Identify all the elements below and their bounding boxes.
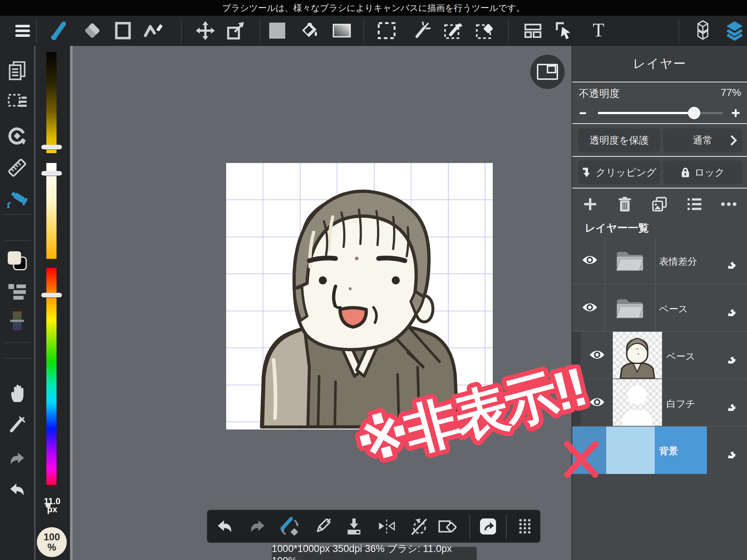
flip-horizontal-button[interactable] [376,516,397,537]
bucket-tool-button[interactable] [299,19,320,43]
brush-tool-button[interactable] [49,19,70,43]
brush-icon [50,20,69,41]
color-slider-strip: 11.0 px 100 % [35,46,70,560]
delete-layer-button[interactable] [616,195,634,213]
add-layer-button[interactable] [581,195,599,213]
share-button[interactable] [478,516,498,537]
selected-eye-cell[interactable] [572,427,606,474]
gradient-tool-button[interactable] [332,19,352,43]
toolbar-divider [36,19,37,43]
text-tool-button[interactable]: T [588,19,609,43]
tooltip-text: ブラシツールは、様々なブラシによりキャンバスに描画を行うツールです。 [222,2,525,14]
folder-icon [615,249,645,273]
layer-name: ベース [659,303,688,315]
panel-divide-button[interactable] [523,19,543,43]
color-swatch-button[interactable] [7,251,27,271]
layer-visibility-eye-icon[interactable] [582,302,598,313]
layer-more-button[interactable] [720,195,738,213]
value-slider-handle[interactable] [41,145,62,149]
layer-settings-gear-icon[interactable] [719,253,735,269]
layer-row-folder-base[interactable]: ベース [572,284,747,332]
selection-layout-button[interactable] [7,92,27,112]
redo-button[interactable] [247,516,268,537]
layer-indent [572,332,581,378]
blend-mode-button[interactable]: 通常 [663,128,742,152]
duplicate-layer-icon [651,196,667,212]
hue-slider[interactable] [46,268,57,485]
move-tool-button[interactable] [195,19,216,43]
layer-name: ベース [666,350,695,363]
protect-alpha-button[interactable]: 透明度を保護 [578,128,660,152]
layer-row-base-raster[interactable]: ベース [572,332,747,379]
layer-hierarchy-button[interactable] [7,281,27,302]
toolbar-drag-handle[interactable] [515,516,535,537]
object-select-button[interactable] [554,19,574,43]
opacity-slider-handle[interactable] [688,107,700,119]
bottom-toolbar-divider [469,514,470,538]
brush-eraser-toggle-button[interactable] [279,516,300,537]
eraser-tool-button[interactable] [82,19,102,43]
foreground-color-chip[interactable] [267,19,287,43]
undo-button[interactable] [214,516,235,537]
layer-settings-gear-icon[interactable] [719,300,735,316]
value-slider[interactable] [46,52,57,153]
shape-tool-button[interactable] [113,19,133,43]
zoom-badge[interactable]: 100 % [37,527,67,557]
polyline-tool-button[interactable] [143,19,163,43]
gradient-swatch-button[interactable] [7,311,27,331]
layer-settings-gear-icon[interactable] [719,442,735,458]
layer-visibility-eye-icon[interactable] [589,349,605,360]
clipping-button[interactable]: クリッピング [578,160,660,184]
saturation-slider-handle[interactable] [41,171,62,176]
redo-icon [9,451,26,466]
lock-button[interactable]: ロック [663,160,742,184]
move-icon [196,21,215,40]
opacity-slider-track[interactable] [598,112,723,114]
sidebar-edge-strip[interactable] [70,46,73,560]
layers-panel-toggle[interactable] [724,19,745,43]
pen-button[interactable] [312,516,333,537]
layer-row-white-border[interactable]: 白フチ [572,379,747,427]
layer-row-background-selected[interactable]: 背景 [572,427,747,474]
sidebar-redo-button[interactable] [7,448,27,469]
airbrush-button[interactable] [7,188,27,209]
rotate-canvas-button[interactable] [7,126,27,146]
layer-visibility-eye-icon[interactable] [582,254,598,265]
hue-slider-handle[interactable] [41,293,62,298]
transform-tool-button[interactable] [226,19,246,43]
selection-layout-icon [8,93,27,111]
brush-eraser-toggle-icon [279,516,300,537]
layer-settings-gear-icon[interactable] [719,347,735,363]
material-button[interactable] [693,19,713,43]
canvas[interactable] [226,163,493,429]
select-pen-button[interactable] [444,19,464,43]
pages-button[interactable] [7,61,27,81]
brush-size-unit: px [47,504,57,514]
layer-visibility-eye-icon[interactable] [589,397,605,408]
layer-row-folder-expression[interactable]: 表情差分 [572,237,747,284]
saturation-slider[interactable] [46,163,57,259]
duplicate-layer-button[interactable] [651,195,668,213]
hand-tool-button[interactable] [7,383,27,403]
opacity-minus-button[interactable] [578,110,588,116]
layer-settings-gear-icon[interactable] [719,395,735,411]
toolbar-divider [181,19,182,43]
magic-wand-button[interactable] [412,19,432,43]
sidebar-undo-button[interactable] [7,479,27,500]
transform-icon [227,21,245,40]
merge-down-button[interactable] [344,516,364,537]
bottom-toolbar-divider [506,514,507,538]
layer-list-button[interactable] [685,195,703,213]
clear-layer-button[interactable] [437,516,457,537]
eyedropper-button[interactable] [7,415,27,435]
ruler-button[interactable] [7,158,27,178]
rotate-reset-button[interactable] [409,516,429,537]
layers-panel-title: レイヤー [572,46,747,82]
select-eraser-button[interactable] [475,19,496,43]
menu-button[interactable] [12,19,33,43]
opacity-plus-button[interactable] [731,108,741,118]
minimap-button[interactable] [530,55,565,89]
cell-divider [655,237,655,284]
sidebar-divider [4,358,31,359]
select-tool-button[interactable] [376,19,397,43]
